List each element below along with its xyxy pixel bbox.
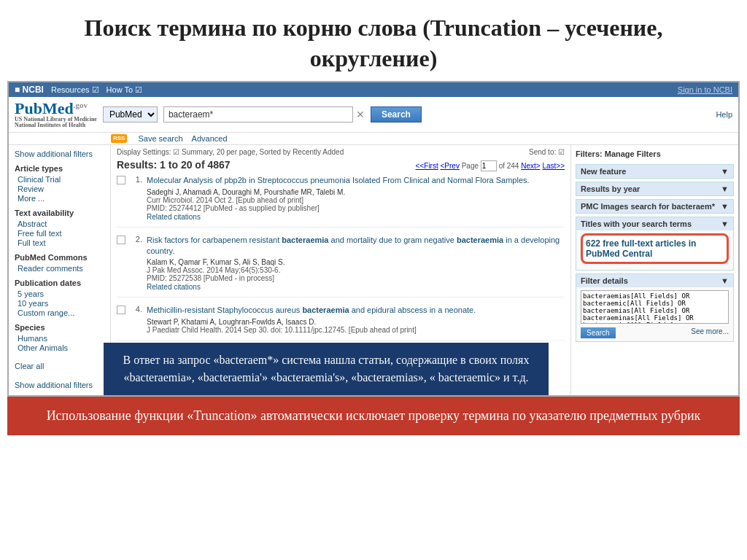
result-num-1: 1.	[132, 175, 142, 220]
result-journal-1: Curr Microbiol. 2014 Oct 2. [Epub ahead …	[147, 196, 565, 204]
checkbox-2[interactable]	[117, 235, 128, 292]
see-more-link[interactable]: See more...	[691, 327, 729, 335]
checkbox-4[interactable]	[117, 305, 128, 333]
first-page-link[interactable]: <<First	[416, 162, 438, 170]
howto-menu[interactable]: How To ☑	[107, 85, 143, 95]
filter-10years[interactable]: 10 years	[15, 299, 104, 308]
result-body-1: Molecular Analysis of pbp2b in Streptoco…	[147, 175, 565, 220]
titles-content: 622 free full-text articles in PubMed Ce…	[576, 230, 733, 270]
text-availability-label: Text availability	[15, 209, 104, 217]
related-citations-2[interactable]: Related citations	[147, 283, 201, 291]
filter-other-animals[interactable]: Other Animals	[15, 343, 104, 352]
result-item-2: 2. Risk factors for carbapenem resistant…	[117, 235, 565, 298]
new-feature-section: New feature ▼	[576, 164, 734, 179]
result-authors-1: Sadeghi J, Ahamadi A, Douraghi M, Poursh…	[147, 188, 565, 196]
display-settings-bar: Display Settings: ☑ Summary, 20 per page…	[117, 148, 565, 156]
subnav: RSS Save search Advanced	[9, 133, 738, 145]
result-title-2-bold2: bacteraemia	[457, 236, 503, 244]
result-title-1[interactable]: Molecular Analysis of pbp2b in Streptoco…	[147, 176, 530, 184]
display-settings-text: Display Settings: ☑ Summary, 20 per page…	[117, 148, 344, 156]
results-by-year-section: Results by year ▼	[576, 182, 734, 196]
filter-custom-range[interactable]: Custom range...	[15, 308, 104, 317]
save-search-link[interactable]: Save search	[138, 134, 182, 143]
filter-clinical-trial[interactable]: Clinical Trial	[15, 175, 104, 184]
search-button[interactable]: Search	[371, 106, 422, 122]
main-content: Show additional filters Article types Cl…	[9, 145, 738, 395]
expand-icon-new: ▼	[721, 167, 729, 176]
species-label: Species	[15, 323, 104, 332]
clear-all-link[interactable]: Clear all	[15, 362, 104, 370]
slide-title: Поиск термина по корню слова (Truncation…	[0, 0, 747, 81]
show-additional-filters-link[interactable]: Show additional filters	[15, 381, 104, 389]
article-types-label: Article types	[15, 164, 104, 173]
filters-title: Filters: Manage Filters	[576, 149, 661, 158]
result-body-2: Risk factors for carbapenem resistant ba…	[147, 235, 565, 292]
titles-section: Titles with your search terms ▼ 622 free…	[576, 217, 734, 271]
search-input[interactable]	[163, 106, 353, 122]
result-journal-2: J Pak Med Assoc. 2014 May;64(5):530-6.	[147, 266, 565, 274]
pubmed-logo: PubMed.gov US National Library of Medici…	[15, 101, 97, 128]
result-title-4-prefix: Methicillin-resistant Staphylococcus aur…	[147, 306, 302, 314]
last-page-link[interactable]: Last>>	[542, 162, 565, 170]
help-link[interactable]: Help	[716, 110, 732, 119]
result-journal-4: J Paediatr Child Health. 2014 Sep 30. do…	[147, 326, 565, 334]
result-item-4: 4. Methicillin-resistant Staphylococcus …	[117, 305, 565, 340]
page-label: Page	[462, 162, 479, 170]
pubmed-logo-block: PubMed.gov US National Library of Medici…	[15, 101, 97, 128]
show-filters-link[interactable]: Show additional filters	[15, 149, 104, 158]
results-count: Results: 1 to 20 of 4867	[117, 159, 231, 171]
filter-details-content: bacteraemias[All Fields] OR bacteraemic[…	[576, 287, 733, 341]
result-title-4-suffix: and epidural abscess in a neonate.	[349, 306, 476, 314]
clear-search-button[interactable]: ✕	[356, 109, 365, 120]
result-num-4: 4.	[132, 305, 142, 333]
filter-humans[interactable]: Humans	[15, 334, 104, 343]
expand-icon-pmc: ▼	[721, 202, 729, 211]
result-pmid-2: PMID: 25272538 [PubMed - in process]	[147, 274, 565, 282]
related-citations-1[interactable]: Related citations	[147, 213, 201, 221]
expand-icon-year: ▼	[721, 184, 729, 193]
next-page-link[interactable]: Next>	[521, 162, 540, 170]
filter-5years[interactable]: 5 years	[15, 289, 104, 298]
result-title-2-prefix: Risk factors for carbapenem resistant	[147, 236, 282, 244]
result-title-2[interactable]: Risk factors for carbapenem resistant ba…	[147, 236, 560, 255]
filter-more-types[interactable]: More ...	[15, 194, 104, 203]
result-authors-2: Kalam K, Qamar F, Kumar S, Ali S, Baqi S…	[147, 258, 565, 266]
result-title-4[interactable]: Methicillin-resistant Staphylococcus aur…	[147, 306, 476, 314]
results-by-year-header[interactable]: Results by year ▼	[576, 182, 733, 195]
search-terms-textarea[interactable]: bacteraemias[All Fields] OR bacteraemic[…	[581, 290, 729, 324]
pmc-count-link[interactable]: 622 free full-text articles in PubMed Ce…	[586, 238, 696, 259]
prev-page-link[interactable]: <Prev	[441, 162, 460, 170]
filter-review[interactable]: Review	[15, 184, 104, 193]
result-authors-4: Stewart P, Khatami A, Loughran-Fowlds A,…	[147, 318, 565, 326]
new-feature-header[interactable]: New feature ▼	[576, 165, 733, 178]
pub-dates-label: Publication dates	[15, 279, 104, 287]
resources-menu[interactable]: Resources ☑	[51, 85, 99, 95]
filter-full-text[interactable]: Full text	[15, 238, 104, 247]
rss-icon: RSS	[111, 134, 127, 143]
pmc-count-box: 622 free full-text articles in PubMed Ce…	[581, 233, 729, 264]
send-to[interactable]: Send to: ☑	[529, 148, 565, 156]
filter-free-full-text[interactable]: Free full text	[15, 229, 104, 238]
expand-icon-details: ▼	[721, 276, 729, 285]
advanced-search-link[interactable]: Advanced	[192, 134, 228, 143]
signin-link[interactable]: Sign in to NCBI	[678, 85, 732, 94]
filter-abstract[interactable]: Abstract	[15, 219, 104, 228]
filter-search-button[interactable]: Search	[581, 327, 616, 338]
database-select[interactable]: PubMed	[103, 106, 158, 122]
result-pmid-1: PMID: 25274412 [PubMed - as supplied by …	[147, 204, 565, 212]
pmc-images-header[interactable]: PMC Images search for bacteraem* ▼	[576, 200, 733, 213]
result-title-2-mid: and mortality due to gram negative	[328, 236, 456, 244]
filter-reader-comments[interactable]: Reader comments	[15, 264, 104, 273]
result-title-2-bold1: bacteraemia	[282, 236, 328, 244]
pubmed-commons-label: PubMed Commons	[15, 253, 104, 262]
checkbox-1[interactable]	[117, 175, 128, 220]
result-body-4: Methicillin-resistant Staphylococcus aur…	[147, 305, 565, 333]
page-input[interactable]	[481, 160, 497, 171]
titles-section-header[interactable]: Titles with your search terms ▼	[576, 217, 733, 230]
browser-area: ■ NCBI Resources ☑ How To ☑ Sign in to N…	[7, 81, 740, 397]
annotation-box: В ответ на запрос «bacteraem*» система н…	[104, 343, 549, 395]
right-sidebar: Filters: Manage Filters New feature ▼ Re…	[570, 145, 738, 395]
result-num-2: 2.	[132, 235, 142, 292]
expand-icon-titles: ▼	[721, 219, 729, 228]
filter-details-header[interactable]: Filter details ▼	[576, 274, 733, 287]
